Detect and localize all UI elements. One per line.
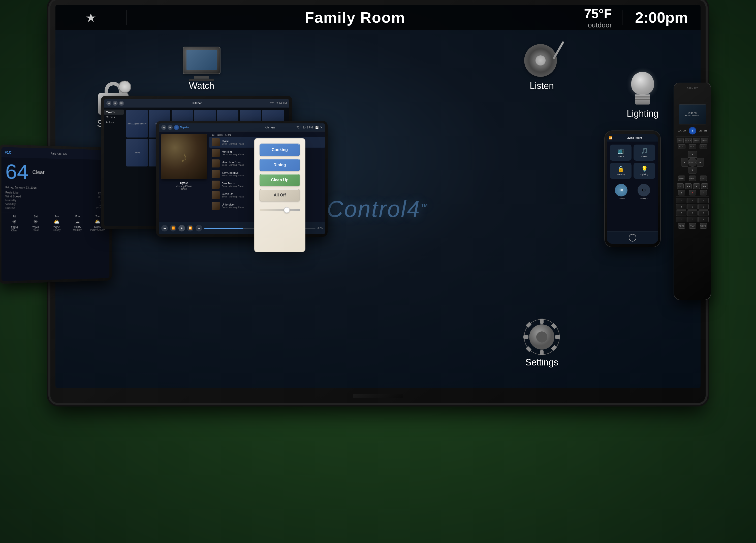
category-movies[interactable]: Movies: [104, 110, 124, 115]
watch-icon[interactable]: Watch: [181, 43, 222, 91]
numpad-5[interactable]: 5: [687, 204, 698, 210]
dpad-left-btn[interactable]: ◄: [681, 158, 688, 167]
numpad-8[interactable]: 8: [687, 210, 698, 216]
numpad-9[interactable]: 9: [698, 210, 709, 216]
music-back-btn[interactable]: ◄: [161, 125, 166, 130]
numpad-wxyz[interactable]: WXYZ: [700, 223, 707, 229]
svg-rect-8: [551, 345, 557, 351]
music-header: ◄ ■ Napster Kitchen 72° 2:43 PM 💾 ✕: [159, 123, 325, 132]
vol-down-btn[interactable]: VOL-: [678, 144, 685, 149]
lighting-icon[interactable]: Lighting: [622, 71, 663, 119]
comfort-label: Comfort: [618, 197, 625, 200]
phone-settings-item[interactable]: ⚙ Settings: [638, 184, 650, 200]
dining-scene-button[interactable]: Dining: [260, 159, 300, 171]
all-off-button[interactable]: All Off: [260, 189, 300, 202]
remote-watch-btn[interactable]: WATCH: [678, 130, 686, 132]
tv-header: ★ Family Room 75°F outdoor 2:00pm: [55, 5, 701, 30]
settings-icon[interactable]: Settings: [522, 319, 562, 368]
lighting-icon-container[interactable]: Lighting: [622, 71, 663, 119]
phone-watch-icon: 📺: [617, 148, 624, 154]
remote-dvr-btn[interactable]: DVR: [677, 183, 684, 189]
music-temp: 72°: [296, 126, 301, 129]
dpad-select-btn[interactable]: SELECT: [688, 158, 697, 167]
remote-cncl-btn[interactable]: CNCL: [700, 176, 707, 181]
forward-button[interactable]: ■: [113, 101, 118, 106]
watch-icon-container[interactable]: Watch: [181, 43, 222, 91]
remote-rec-btn[interactable]: ●: [689, 190, 696, 196]
slider-handle[interactable]: [284, 207, 290, 213]
remote-prev-btn[interactable]: PREV: [701, 138, 708, 143]
numpad-star[interactable]: *: [676, 217, 686, 222]
remote-menu-btn[interactable]: MENU: [689, 176, 696, 181]
music-room-label: Kitchen: [243, 126, 297, 129]
forecast-mon-condition: Monthly: [67, 229, 87, 231]
forecast-sat-temp: 70|47: [25, 226, 46, 229]
remote-transport-row: ■ ● ⏸: [676, 190, 709, 196]
music-stop-btn[interactable]: ■: [168, 125, 173, 130]
back-button[interactable]: ◄: [106, 101, 111, 106]
phone-lighting-item[interactable]: 💡 Lighting: [634, 163, 655, 179]
rewind-button[interactable]: ⏪: [170, 225, 176, 232]
remote-guide-btn[interactable]: GUIDE: [685, 138, 692, 143]
phone-comfort-item[interactable]: 78 Comfort: [615, 184, 627, 200]
star-icon[interactable]: ★: [85, 11, 96, 25]
trademark-symbol: ™: [421, 202, 429, 211]
numpad-7[interactable]: 7: [676, 210, 686, 216]
vol-up-btn[interactable]: VOL+: [700, 144, 707, 149]
numpad-tuv[interactable]: TUV: [689, 223, 696, 229]
play-button[interactable]: ▶: [178, 225, 185, 232]
forecast-fri: Fri ☀ 72|46 Clear: [4, 215, 25, 232]
movie-poster-raising[interactable]: Raising: [126, 139, 148, 167]
grid-button[interactable]: ⊞: [119, 101, 124, 106]
cooking-scene-button[interactable]: Cooking: [260, 144, 300, 156]
settings-gear-circle: ⚙: [638, 184, 650, 197]
remote-stop-btn[interactable]: ■: [678, 190, 685, 196]
watch-graphic: [181, 43, 222, 78]
numpad-4[interactable]: 4: [676, 204, 686, 210]
phone-watch-item[interactable]: 📺 Watch: [610, 145, 632, 161]
next-track-button[interactable]: ⏭: [196, 225, 202, 232]
prev-track-button[interactable]: ⏮: [161, 225, 168, 232]
category-genres[interactable]: Genres: [104, 115, 124, 120]
remote-fav-btn[interactable]: ◄◄: [685, 183, 692, 189]
clean-up-scene-button[interactable]: Clean Up: [260, 174, 300, 186]
fast-forward-button[interactable]: ⏩: [187, 225, 194, 232]
music-close-icon[interactable]: ✕: [320, 126, 323, 129]
dimmer-slider[interactable]: [260, 209, 300, 211]
remote-listen-btn[interactable]: LISTEN: [699, 130, 707, 132]
remote-page-btn[interactable]: PAGE: [693, 138, 700, 143]
category-actors[interactable]: Actors: [104, 120, 124, 125]
phone-security-item[interactable]: 🔒 Security: [610, 163, 632, 179]
numpad-6[interactable]: 6: [698, 204, 709, 210]
settings-icon-container[interactable]: Settings: [522, 319, 562, 368]
numpad-2[interactable]: 2: [687, 198, 698, 203]
numpad-3[interactable]: 3: [698, 198, 709, 203]
tv-favorites-area[interactable]: ★: [55, 11, 126, 25]
phone-listen-item[interactable]: 🎵 Listen: [634, 145, 655, 161]
remote-info-btn[interactable]: INFO: [678, 176, 685, 181]
listen-icon[interactable]: Listen: [522, 43, 562, 91]
phone-home-button[interactable]: [629, 234, 636, 242]
numpad-hash[interactable]: #: [698, 217, 709, 222]
remote-list-btn[interactable]: LIST: [677, 138, 684, 143]
tablet-room-label: Kitchen: [125, 102, 270, 105]
forecast-sun-temp: 72|50: [46, 226, 67, 229]
numpad-0[interactable]: 0: [687, 217, 698, 222]
remote-pause-btn[interactable]: ⏸: [700, 190, 707, 196]
dpad-up-btn[interactable]: ▲: [688, 151, 697, 158]
lighting-panel: Cooking Dining Clean Up All Off: [255, 139, 305, 252]
dpad-right-btn[interactable]: ►: [697, 158, 704, 167]
remote-ff-btn[interactable]: ▶▶: [701, 183, 708, 189]
remote-play-btn[interactable]: ▶: [693, 183, 700, 189]
save-icon[interactable]: 💾: [315, 126, 319, 129]
control4-remote-logo[interactable]: 4: [689, 127, 696, 135]
record-player-icon: [524, 44, 559, 77]
listen-icon-container[interactable]: Listen: [522, 43, 562, 91]
forecast-mon: Mon ☁ 69|45 Monthly: [67, 215, 87, 232]
numpad-pqrs[interactable]: PQRS: [678, 223, 685, 229]
movie-poster-2001[interactable]: 2001: A Space Odyssey: [126, 110, 148, 138]
numpad-1[interactable]: 1: [676, 198, 686, 203]
wind-row: Wind Speed8 mph: [5, 195, 106, 199]
dpad-down-btn[interactable]: ▼: [688, 167, 697, 174]
volume-display: 35%: [318, 227, 323, 230]
